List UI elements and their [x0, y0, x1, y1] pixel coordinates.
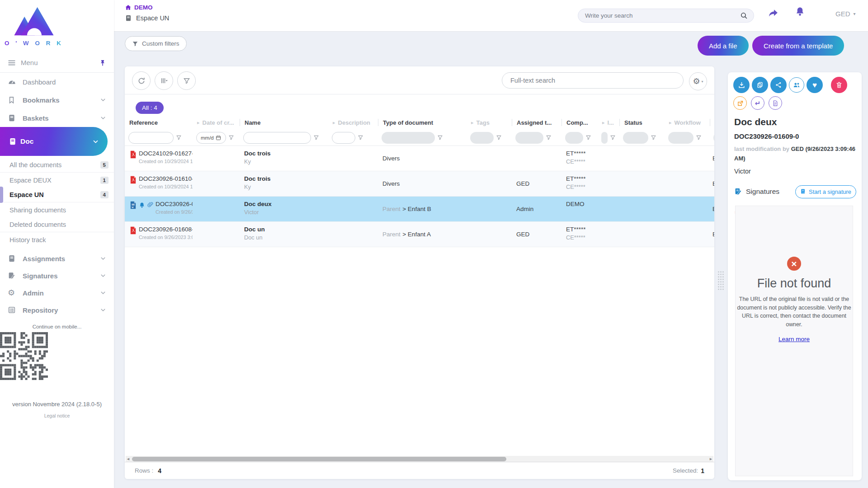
column-header-name[interactable]: Name — [240, 115, 328, 130]
filter-input-description[interactable] — [332, 132, 355, 144]
reference-cell: DOC230926-01610-3Created on 10/29/2024 1… — [125, 171, 193, 196]
hamburger-icon — [8, 59, 16, 67]
expand-column-icon[interactable]: ▸ — [602, 120, 605, 126]
top-header: DEMO Espace UN GED ▾ — [114, 0, 868, 32]
filter-tab-all[interactable]: All : 4 — [136, 102, 164, 114]
sidebar-item-dashboard[interactable]: Dashboard — [0, 73, 114, 91]
scroll-right-icon[interactable]: ▶ — [708, 457, 713, 461]
table-row[interactable]: DOC241029-01627-0Created on 10/29/2024 1… — [125, 146, 714, 171]
sidebar-subitem-all-the-documents[interactable]: All the documents5 — [0, 158, 114, 173]
calendar-icon[interactable] — [216, 135, 221, 141]
custom-filters-button[interactable]: Custom filters — [125, 36, 187, 51]
column-header-label: Reference — [129, 119, 158, 126]
column-header-i[interactable]: ▸I... — [598, 115, 619, 130]
pin-sidebar-icon[interactable] — [99, 59, 106, 66]
table-settings-button[interactable]: ⚙ ▾ — [689, 72, 707, 90]
expand-column-icon[interactable]: ▸ — [669, 120, 672, 126]
breadcrumb-home[interactable]: DEMO — [125, 4, 169, 11]
filter-funnel-icon[interactable] — [358, 135, 363, 141]
sidebar-item-baskets[interactable]: Baskets — [0, 109, 114, 127]
sidebar-item-bookmarks[interactable]: Bookmarks — [0, 91, 114, 109]
fulltext-search — [502, 72, 684, 89]
sidebar-item-label: Baskets — [23, 114, 49, 122]
column-header-description[interactable]: ▸Description — [328, 115, 378, 130]
copy-button[interactable] — [752, 77, 768, 93]
search-icon[interactable] — [740, 12, 748, 19]
filter-input-reference[interactable] — [128, 132, 174, 144]
sidebar-subitem-espace-un[interactable]: Espace UN4 — [0, 188, 114, 202]
filter-funnel-icon[interactable] — [585, 135, 591, 141]
start-signature-button[interactable]: Start a signature — [795, 185, 856, 198]
sidebar-item-doc[interactable]: Doc — [0, 127, 108, 156]
expand-column-icon[interactable]: ▸ — [333, 120, 335, 126]
filter-cell-y — [710, 132, 714, 144]
table-row[interactable]: DOC230926-01610-3Created on 10/29/2024 1… — [125, 171, 714, 197]
column-header-date-of-cr[interactable]: ▸Date of cr... — [193, 115, 240, 130]
add-file-button[interactable]: Add a file — [698, 36, 749, 56]
sidebar-item-repository[interactable]: Repository — [0, 301, 114, 319]
column-header-y[interactable]: Y... — [710, 115, 714, 130]
create-from-template-button[interactable]: Create from a template — [752, 36, 844, 56]
filter-input-name[interactable] — [243, 132, 311, 144]
document-reference: DOC241029-01627-0 — [139, 150, 193, 157]
panel-resize-grip[interactable] — [717, 270, 724, 291]
column-header-workflow[interactable]: ▸Workflow — [665, 115, 710, 130]
filter-funnel-icon[interactable] — [696, 135, 702, 141]
column-header-reference[interactable]: Reference — [125, 115, 193, 130]
filter-funnel-icon[interactable] — [437, 135, 443, 141]
document-reference: DOC230926-01609-0 — [156, 201, 193, 207]
learn-more-link[interactable]: Learn more — [778, 336, 810, 343]
expand-column-icon[interactable]: ▸ — [197, 120, 200, 126]
filter-funnel-icon[interactable] — [228, 135, 234, 141]
horizontal-scrollbar[interactable]: ◀ ▶ — [126, 456, 713, 462]
scroll-left-icon[interactable]: ◀ — [126, 457, 131, 461]
share-forward-icon[interactable] — [768, 7, 779, 19]
legal-notice-link[interactable]: Legal notice — [0, 413, 114, 418]
return-button[interactable]: ↵ — [751, 96, 764, 110]
column-header-comp[interactable]: Comp... — [561, 115, 598, 130]
column-header-assigned-t[interactable]: Assigned t... — [512, 115, 561, 130]
delete-button[interactable] — [831, 77, 847, 93]
signatures-section: Signatures Start a signature — [733, 185, 856, 198]
menu-toggle[interactable]: Menu — [0, 53, 114, 73]
column-header-tags[interactable]: ▸Tags — [467, 115, 512, 130]
share-button[interactable] — [770, 77, 787, 93]
filter-button[interactable] — [177, 71, 196, 90]
column-header-label: Status — [624, 119, 642, 126]
scrollbar-thumb[interactable] — [132, 457, 506, 461]
filter-funnel-icon[interactable] — [546, 135, 552, 141]
filter-funnel-icon[interactable] — [313, 135, 319, 141]
users-access-button[interactable] — [789, 77, 804, 93]
column-header-label: I... — [608, 119, 614, 126]
table-row[interactable]: DOC230926-01609-0Created on 9/26/2023 3:… — [125, 197, 714, 222]
sidebar-item-signatures[interactable]: Signatures — [0, 267, 114, 284]
favorite-button[interactable]: ♥ — [807, 77, 823, 93]
breadcrumb-space[interactable]: Espace UN — [125, 14, 169, 22]
column-header-status[interactable]: Status — [619, 115, 665, 130]
notifications-bell-icon[interactable] — [795, 6, 805, 17]
open-external-button[interactable] — [733, 96, 747, 110]
fulltext-search-input[interactable] — [509, 76, 676, 84]
global-search-input[interactable] — [584, 12, 740, 19]
filter-funnel-icon[interactable] — [176, 135, 182, 141]
document-properties-button[interactable] — [769, 96, 782, 110]
scrollbar-track[interactable] — [131, 456, 708, 462]
filter-funnel-icon[interactable] — [610, 135, 616, 141]
sidebar-item-admin[interactable]: ⚙Admin — [0, 284, 114, 301]
download-button[interactable] — [733, 77, 750, 93]
column-header-type-of-document[interactable]: Type of document — [378, 115, 467, 130]
refresh-button[interactable] — [132, 71, 151, 90]
filter-funnel-icon[interactable] — [496, 135, 502, 141]
table-row[interactable]: DOC230926-01608-0Created on 9/26/2023 3:… — [125, 222, 714, 247]
expand-column-icon[interactable]: ▸ — [471, 120, 474, 126]
sidebar-subitem-sharing-documents[interactable]: Sharing documents — [0, 202, 114, 217]
filter-funnel-icon[interactable] — [651, 135, 656, 141]
sidebar-subitem-espace-deux[interactable]: Espace DEUX1 — [0, 173, 114, 188]
sidebar-subitem-deleted-documents[interactable]: Deleted documents — [0, 217, 114, 232]
columns-button[interactable] — [155, 71, 173, 90]
heart-icon: ♥ — [812, 81, 817, 89]
sidebar-item-assignments[interactable]: Assignments — [0, 250, 114, 267]
sidebar-subitem-history-track[interactable]: History track — [0, 232, 114, 247]
filter-date-date-of-cr[interactable]: mm/d — [196, 132, 226, 144]
user-menu[interactable]: GED ▾ — [835, 10, 856, 18]
